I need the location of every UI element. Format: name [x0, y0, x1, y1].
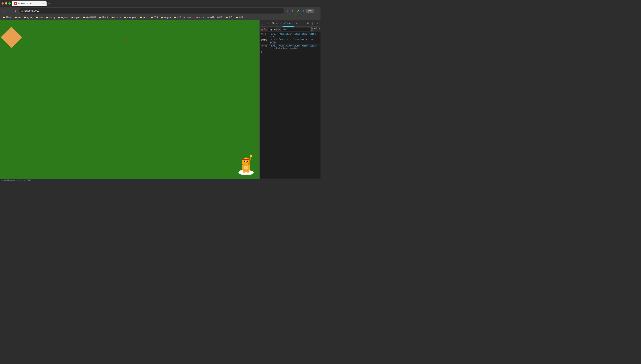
console-output[interactable]: TODO bundle.f40e3ac5.js?f…e3ac5599bbef71…: [260, 32, 320, 178]
maximize-light[interactable]: [9, 2, 11, 4]
devtools-tab-more[interactable]: >>: [294, 20, 300, 27]
bookmark-java[interactable]: 📁 Java: [35, 16, 45, 19]
address-box[interactable]: 🔒 localhost:3010: [19, 8, 284, 14]
console-eye-icon[interactable]: 👁: [278, 28, 280, 31]
tab-favicon: ●: [14, 2, 17, 5]
browser-frame: ● localhost:3010 × + ‹ › ↻ 🔒 localhost:3…: [0, 0, 320, 182]
bookmark-label: 解决的问题: [86, 16, 96, 19]
folder-icon: 📁: [3, 16, 5, 19]
devtools-device-icon[interactable]: 📱: [265, 21, 269, 26]
console-entry-link[interactable]: bundle.f40e3ac5.js?f…e3ac5599bbef71815:1: [271, 45, 316, 47]
bookmark-youtube[interactable]: ▶ YouTube: [193, 16, 205, 19]
refresh-button[interactable]: ↻: [13, 8, 18, 14]
bookmark-jquery[interactable]: 📁 jQuery: [23, 16, 34, 19]
bookmark-resources[interactable]: 📁 资源: [234, 16, 244, 19]
console-context-select[interactable]: top: [268, 28, 277, 31]
back-button[interactable]: ‹: [2, 8, 7, 14]
folder-icon: 📁: [58, 16, 61, 19]
console-entry-label: TODO: [261, 33, 269, 35]
bookmark-label: 涨知识: [102, 16, 109, 19]
bookmarks-bar: 📁 原生js 📁 vue 📁 jQuery 📁 Java 📁 Spring 📁 …: [0, 15, 320, 20]
bookmark-label: struts2: [115, 16, 121, 19]
bookmark-eclipse[interactable]: 📁 eclipse: [160, 16, 172, 19]
extension-icon[interactable]: 🧩: [296, 8, 300, 13]
console-entry-link[interactable]: bundle.f40e3ac5.js?f…e3ac5599bbef71815:2: [271, 33, 316, 35]
svg-point-15: [243, 171, 246, 173]
folder-icon: 📁: [123, 16, 126, 19]
bookmark-news[interactable]: 📁 资讯: [224, 16, 234, 19]
mascot-character: [237, 154, 256, 175]
prompt-arrow-icon: >: [261, 51, 263, 54]
reading-mode-icon[interactable]: ≡: [290, 8, 295, 13]
console-toolbar: ⬓ 🚫 top 👁 Default le ⚙: [260, 27, 320, 32]
devtools-tab-elements[interactable]: Elements: [270, 20, 282, 27]
devtools-cursor-icon[interactable]: ⬚: [261, 21, 265, 26]
console-prompt[interactable]: >: [260, 50, 320, 54]
bookmark-knowledge[interactable]: 📁 涨知识: [98, 16, 110, 19]
bookmark-label: Spring: [49, 16, 55, 19]
bookmark-work[interactable]: 📁 工作: [150, 16, 159, 19]
tab-title: localhost:3010: [18, 2, 41, 4]
bookmark-fruitj[interactable]: 📁 FruitJ: [139, 16, 149, 19]
bookmark-label: jQuery: [27, 16, 33, 19]
lock-icon: 🔒: [21, 10, 24, 12]
console-levels-label: Default le: [311, 27, 317, 32]
folder-icon: 📁: [24, 16, 26, 19]
bookmark-label: FruitJ: [143, 16, 148, 19]
close-light[interactable]: [2, 2, 4, 4]
bookmark-label: vue: [18, 16, 21, 19]
console-entry-wds: [WDS] bundle.f40e3ac5.js?f…e3ac5599bbef7…: [260, 44, 320, 50]
translate-icon: A: [216, 16, 218, 19]
svg-point-16: [246, 171, 249, 173]
bookmark-star-icon[interactable]: ☆: [285, 8, 289, 13]
devtools-close-button[interactable]: ✕: [315, 21, 319, 26]
active-tab[interactable]: ● localhost:3010 ×: [12, 0, 47, 6]
devtools-panel: ⬚ 📱 Elements Console >> ⚙ ⋮ ✕: [259, 20, 320, 178]
status-url: https://blog.csdn.net/qq_39872652: [2, 179, 31, 182]
update-button[interactable]: 更新: [306, 9, 314, 13]
console-input[interactable]: [264, 51, 319, 53]
address-bar: ‹ › ↻ 🔒 localhost:3010 ☆ ≡ 🧩 👤 更新 ⋮: [0, 7, 320, 15]
console-entry-label: [WDS]: [261, 45, 269, 47]
bookmark-translate[interactable]: A 翻译: [215, 16, 224, 19]
svg-point-11: [245, 158, 247, 159]
forward-button[interactable]: ›: [7, 8, 13, 14]
bookmark-label: 翻译: [218, 16, 223, 19]
folder-icon: 📁: [111, 16, 114, 19]
tab-close-button[interactable]: ×: [42, 2, 45, 5]
bookmark-vue[interactable]: 📁 vue: [13, 16, 22, 19]
devtools-dock-icon[interactable]: ⬓: [261, 27, 263, 32]
webpage[interactable]: [0, 20, 259, 178]
bookmark-life[interactable]: 📁 生活: [172, 16, 182, 19]
bookmark-label: mysql: [74, 16, 80, 19]
folder-icon: 📁: [161, 16, 164, 19]
console-clear-icon[interactable]: 🚫: [264, 28, 267, 31]
folder-icon: 📁: [71, 16, 74, 19]
folder-icon: 📁: [83, 16, 85, 19]
mascot-svg: [237, 154, 256, 175]
bookmark-mysql[interactable]: 📁 mysql: [70, 16, 81, 19]
bookmark-mybatis[interactable]: 📁 Mybatis: [57, 16, 70, 19]
console-settings-icon[interactable]: ⚙: [318, 28, 320, 31]
bookmark-label: 生活: [177, 16, 181, 19]
bookmark-springboot[interactable]: 📁 SpringBoot: [122, 16, 138, 19]
devtools-settings-icon[interactable]: ⚙: [306, 21, 310, 26]
bookmark-yuanshengjs[interactable]: 📁 原生js: [2, 16, 13, 19]
devtools-tab-console[interactable]: Console: [282, 20, 294, 27]
traffic-lights: [0, 2, 12, 4]
folder-icon: 📁: [36, 16, 38, 19]
bookmark-maps[interactable]: 🗺 地图: [206, 16, 215, 19]
folder-icon: 📁: [235, 16, 238, 19]
devtools-more-icon[interactable]: ⋮: [310, 21, 315, 26]
console-filter-input[interactable]: [281, 28, 310, 31]
minimize-light[interactable]: [5, 2, 7, 4]
profile-icon[interactable]: 👤: [301, 8, 306, 13]
new-tab-button[interactable]: +: [47, 1, 52, 6]
bookmark-spring[interactable]: 📁 Spring: [45, 16, 57, 19]
bookmark-solved[interactable]: 📁 解决的问题: [82, 16, 98, 19]
console-entry-link[interactable]: bundle.f40e3ac5.js?f…e3ac5599bbef71815:2: [271, 38, 316, 40]
folder-icon: 📁: [140, 16, 142, 19]
menu-icon[interactable]: ⋮: [314, 8, 319, 13]
bookmark-gmail[interactable]: ✉ Gmail: [182, 16, 192, 19]
bookmark-struts2[interactable]: 📁 struts2: [110, 16, 122, 19]
